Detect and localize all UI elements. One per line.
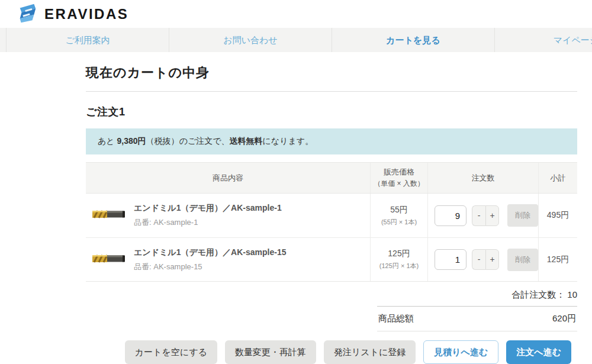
product-cell: エンドミル1（デモ用）／AK-sample-15 品番: AK-sample-1… xyxy=(86,238,370,281)
row-subtotal: 125円 xyxy=(547,255,569,265)
nav-item-guide[interactable]: ご利用案内 xyxy=(6,28,169,52)
delete-item-button[interactable]: 削除 xyxy=(507,204,538,227)
unit-price: 55円 xyxy=(371,205,427,215)
price-cell: 125円 (125円 × 1本) xyxy=(370,238,427,281)
total-quantity-line: 合計注文数： 10 xyxy=(86,289,577,301)
proceed-to-order-button[interactable]: 注文へ進む xyxy=(506,340,571,364)
quantity-stepper: - + xyxy=(472,249,499,270)
order-heading: ご注文1 xyxy=(86,105,577,119)
banner-highlight: 送料無料 xyxy=(230,136,263,146)
quantity-decrease-button[interactable]: - xyxy=(472,205,485,226)
col-header-quantity: 注文数 xyxy=(427,163,538,193)
proceed-to-estimate-button[interactable]: 見積りへ進む xyxy=(423,340,498,364)
page-title: 現在のカートの中身 xyxy=(86,64,577,82)
banner-text-prefix: あと xyxy=(98,136,117,146)
quantity-input[interactable] xyxy=(435,249,466,270)
product-cell: エンドミル1（デモ用）／AK-sample-1 品番: AK-sample-1 xyxy=(86,194,370,237)
product-code: 品番: AK-sample-15 xyxy=(134,262,286,272)
brand-logo[interactable]: ERAVIDAS xyxy=(16,2,128,27)
nav-item-view-cart[interactable]: カートを見る xyxy=(332,28,494,52)
quantity-cell: - + 削除 xyxy=(427,238,538,281)
product-image-endmill xyxy=(92,253,126,267)
total-amount-row: 商品総額 620円 xyxy=(377,306,577,331)
banner-text-suffix: になります。 xyxy=(263,136,314,146)
main-nav: ご利用案内 お問い合わせ カートを見る マイページ xyxy=(0,28,592,52)
quantity-increase-button[interactable]: + xyxy=(485,205,499,226)
subtotal-cell: 495円 xyxy=(538,194,577,237)
brand-layers-icon xyxy=(16,2,38,27)
unit-price-detail: (125円 × 1本) xyxy=(371,262,427,270)
product-name-link[interactable]: エンドミル1（デモ用）／AK-sample-1 xyxy=(134,203,282,214)
price-cell: 55円 (55円 × 1本) xyxy=(370,194,427,237)
total-quantity-label: 合計注文数： xyxy=(511,289,565,299)
cart-row-1: エンドミル1（デモ用）／AK-sample-1 品番: AK-sample-1 … xyxy=(86,194,577,237)
nav-item-mypage[interactable]: マイページ xyxy=(494,28,592,52)
cart-row-2: エンドミル1（デモ用）／AK-sample-15 品番: AK-sample-1… xyxy=(86,237,577,281)
delete-item-button[interactable]: 削除 xyxy=(507,249,538,271)
product-text-block: エンドミル1（デモ用）／AK-sample-15 品番: AK-sample-1… xyxy=(134,247,286,272)
nav-item-contact[interactable]: お問い合わせ xyxy=(169,28,332,52)
quantity-decrease-button[interactable]: - xyxy=(472,249,485,270)
product-image-endmill xyxy=(92,208,126,223)
total-amount-value: 620円 xyxy=(552,313,576,324)
total-quantity-value: 10 xyxy=(567,289,577,299)
add-to-order-list-button[interactable]: 発注リストに登録 xyxy=(324,340,416,364)
col-header-product: 商品内容 xyxy=(86,163,370,193)
unit-price: 125円 xyxy=(371,249,427,259)
subtotal-cell: 125円 xyxy=(538,238,577,281)
free-shipping-banner: あと 9,380円（税抜）のご注文で、送料無料になります。 xyxy=(86,128,577,154)
site-header: ERAVIDAS xyxy=(0,0,592,28)
cart-table-header: 商品内容 販売価格 （単価 × 入数） 注文数 小計 xyxy=(86,163,577,194)
total-amount-label: 商品総額 xyxy=(378,313,414,324)
product-text-block: エンドミル1（デモ用）／AK-sample-1 品番: AK-sample-1 xyxy=(134,203,282,228)
quantity-stepper: - + xyxy=(472,205,499,226)
banner-text-middle: （税抜）のご注文で、 xyxy=(146,136,230,146)
title-divider xyxy=(86,91,577,92)
empty-cart-button[interactable]: カートを空にする xyxy=(125,340,217,364)
banner-amount: 9,380円 xyxy=(117,136,146,146)
cart-actions: カートを空にする 数量変更・再計算 発注リストに登録 見積りへ進む 注文へ進む xyxy=(86,340,577,364)
quantity-input[interactable] xyxy=(435,205,466,226)
unit-price-detail: (55円 × 1本) xyxy=(371,218,427,227)
quantity-cell: - + 削除 xyxy=(427,194,538,237)
recalculate-button[interactable]: 数量変更・再計算 xyxy=(225,340,316,364)
cart-page: 現在のカートの中身 ご注文1 あと 9,380円（税抜）のご注文で、送料無料にな… xyxy=(86,64,577,364)
brand-name: ERAVIDAS xyxy=(44,6,128,22)
quantity-increase-button[interactable]: + xyxy=(485,249,499,270)
product-name-link[interactable]: エンドミル1（デモ用）／AK-sample-15 xyxy=(134,247,286,258)
product-code: 品番: AK-sample-1 xyxy=(134,217,282,228)
cart-table: 商品内容 販売価格 （単価 × 入数） 注文数 小計 xyxy=(86,162,577,282)
col-header-price: 販売価格 （単価 × 入数） xyxy=(370,163,427,193)
col-header-subtotal: 小計 xyxy=(538,163,577,193)
row-subtotal: 495円 xyxy=(547,210,569,221)
